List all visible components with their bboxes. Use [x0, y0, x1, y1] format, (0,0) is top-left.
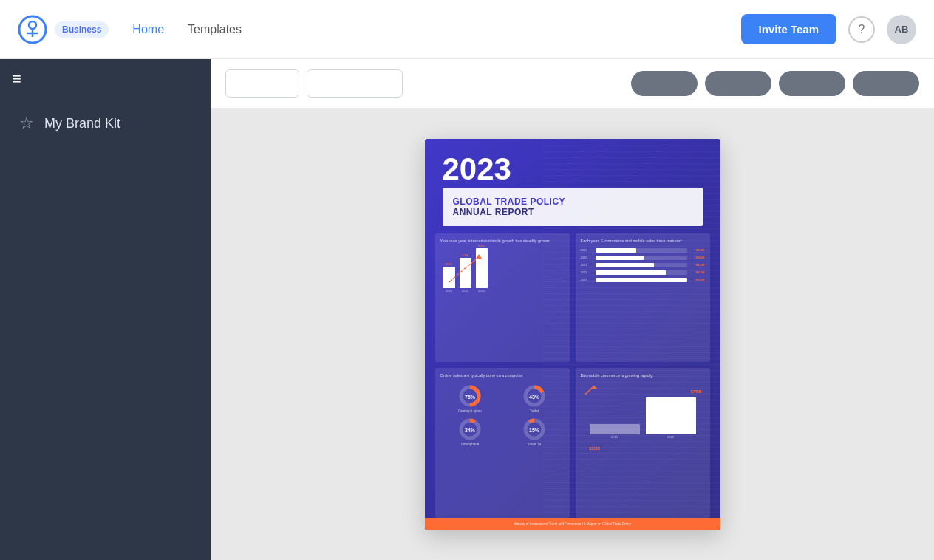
toolbar-input-2[interactable]	[307, 69, 403, 98]
vbar-label-2: 3.7%	[462, 253, 468, 257]
vbar-year-1: 2020	[446, 289, 452, 293]
hbar-year-1: 2020	[581, 256, 593, 259]
vbar-3	[476, 248, 488, 288]
document-preview[interactable]: 2023 GLOBAL TRADE POLICY ANNUAL REPORT Y…	[425, 139, 720, 530]
invite-team-button[interactable]: Invite Team	[741, 14, 836, 44]
vbar-year-3: 2022	[478, 289, 485, 293]
toolbar-filter-4[interactable]	[853, 71, 919, 96]
hbar-track-2	[596, 263, 687, 267]
header: Business Home Templates Invite Team ? AB	[0, 0, 934, 59]
hbar-fill-4	[596, 278, 687, 282]
doc-footer-text: Ministry of International Trade and Comm…	[435, 522, 710, 526]
mini-bar-year-low: 2015	[611, 435, 618, 439]
hbar-fill-2	[596, 263, 654, 267]
menu-icon[interactable]: ≡	[12, 71, 199, 87]
hbar-fill-0	[596, 248, 637, 253]
donut-label-desktop: Desktop/Laptop	[458, 409, 482, 413]
toolbar-input-1[interactable]	[225, 69, 299, 98]
donut-smarttv: 15% Smart TV	[505, 417, 565, 446]
chart-ecommerce-title: Each year, E-commerce and mobile sales h…	[581, 239, 705, 244]
logo-icon	[18, 15, 47, 44]
doc-title-box: GLOBAL TRADE POLICY ANNUAL REPORT	[443, 188, 703, 226]
donut-svg-smarttv: 15%	[522, 417, 546, 441]
hbar-track-0	[596, 248, 687, 253]
sidebar: ≡ ☆ My Brand Kit	[0, 59, 211, 560]
donut-svg-smartphone: 34%	[458, 417, 482, 441]
hbar-val-3: $410B	[690, 270, 705, 274]
chart-mobile-title: But mobile commerce is growing rapidly:	[581, 373, 705, 378]
mini-bar-low	[590, 424, 640, 434]
svg-text:43%: 43%	[529, 395, 540, 400]
hbar-fill-1	[596, 256, 644, 260]
chart-trade-growth: Year over year, international trade grow…	[435, 233, 570, 363]
toolbar-filter-3[interactable]	[779, 71, 845, 96]
hbar-track-4	[596, 278, 687, 282]
svg-text:34%: 34%	[465, 428, 476, 433]
doc-footer: Ministry of International Trade and Comm…	[425, 518, 720, 530]
chart-online-sales: Online sales are typically done on a com…	[435, 368, 570, 518]
hbar-val-1: $280B	[690, 256, 705, 259]
star-icon: ☆	[19, 114, 34, 133]
vbar-label-3: 5.2%	[478, 244, 485, 247]
doc-charts: Year over year, international trade grow…	[425, 226, 720, 518]
header-right: Invite Team ? AB	[741, 14, 916, 44]
toolbar	[211, 59, 934, 109]
donut-tablet: 43% Tablet	[505, 384, 565, 413]
hbar-row-4: 2023 $530B	[581, 278, 705, 282]
hbar-track-1	[596, 256, 687, 260]
donut-desktop: 75% Desktop/Laptop	[440, 384, 500, 413]
nav-home[interactable]: Home	[132, 23, 164, 36]
logo-area: Business	[18, 15, 109, 44]
toolbar-filter-1[interactable]	[631, 71, 698, 96]
hbar-val-4: $530B	[690, 278, 705, 281]
donut-label-smartphone: Smartphone	[461, 443, 480, 446]
donut-label-tablet: Tablet	[530, 409, 539, 413]
trend-arrow-svg	[584, 384, 599, 396]
donut-smartphone: 34% Smartphone	[440, 417, 500, 446]
chart-mobile-commerce: But mobile commerce is growing rapidly: …	[576, 368, 710, 518]
chart-online-title: Online sales are typically done on a com…	[440, 373, 565, 378]
hbar-row-3: 2022 $410B	[581, 270, 705, 275]
hbar-val-0: $237B	[690, 248, 705, 252]
donut-svg-desktop: 75%	[458, 384, 482, 408]
svg-text:15%: 15%	[529, 428, 540, 433]
sidebar-item-brand-kit[interactable]: ☆ My Brand Kit	[12, 105, 199, 142]
main-nav: Home Templates	[132, 23, 242, 36]
hbar-row-1: 2020 $280B	[581, 256, 705, 260]
donut-svg-tablet: 43%	[522, 384, 546, 408]
mini-bar-val-high: $745B	[691, 389, 702, 394]
doc-content: 2023 GLOBAL TRADE POLICY ANNUAL REPORT Y…	[425, 139, 720, 530]
hbar-year-0: 2019	[581, 248, 593, 252]
mini-bar-year-high: 2022	[667, 435, 674, 439]
sidebar-item-label: My Brand Kit	[44, 116, 120, 132]
vbar-year-2: 2021	[462, 289, 468, 293]
toolbar-filter-2[interactable]	[705, 71, 771, 96]
hbar-year-2: 2021	[581, 263, 593, 267]
vbar-label-1: 2.5%	[446, 262, 452, 266]
content-area: 2023 GLOBAL TRADE POLICY ANNUAL REPORT Y…	[211, 59, 934, 560]
mini-bar-high	[646, 397, 696, 434]
donut-label-smarttv: Smart TV	[528, 443, 542, 446]
doc-year: 2023	[425, 139, 720, 188]
donuts-grid: 75% Desktop/Laptop 43%	[440, 383, 565, 448]
hbar-val-2: $340B	[690, 263, 705, 267]
svg-text:75%: 75%	[465, 395, 476, 400]
doc-title-line1: GLOBAL TRADE POLICY	[453, 197, 692, 207]
logo-badge: Business	[55, 21, 109, 38]
vbar-2	[460, 258, 471, 288]
help-button[interactable]: ?	[848, 16, 875, 43]
hbar-year-4: 2023	[581, 278, 593, 281]
chart-trade-title: Year over year, international trade grow…	[440, 239, 565, 244]
doc-title-line2: ANNUAL REPORT	[453, 207, 692, 217]
svg-point-1	[29, 21, 36, 29]
hbar-fill-3	[596, 270, 666, 275]
hbar-row-2: 2021 $340B	[581, 263, 705, 267]
main-layout: ≡ ☆ My Brand Kit 2023	[0, 59, 934, 560]
hbar-row-0: 2019 $237B	[581, 248, 705, 253]
help-icon: ?	[859, 23, 865, 36]
avatar[interactable]: AB	[887, 15, 916, 44]
vbar-1	[443, 267, 455, 288]
chart-ecommerce: Each year, E-commerce and mobile sales h…	[576, 233, 710, 363]
hbars: 2019 $237B 2020	[581, 248, 705, 282]
nav-templates[interactable]: Templates	[188, 23, 242, 36]
